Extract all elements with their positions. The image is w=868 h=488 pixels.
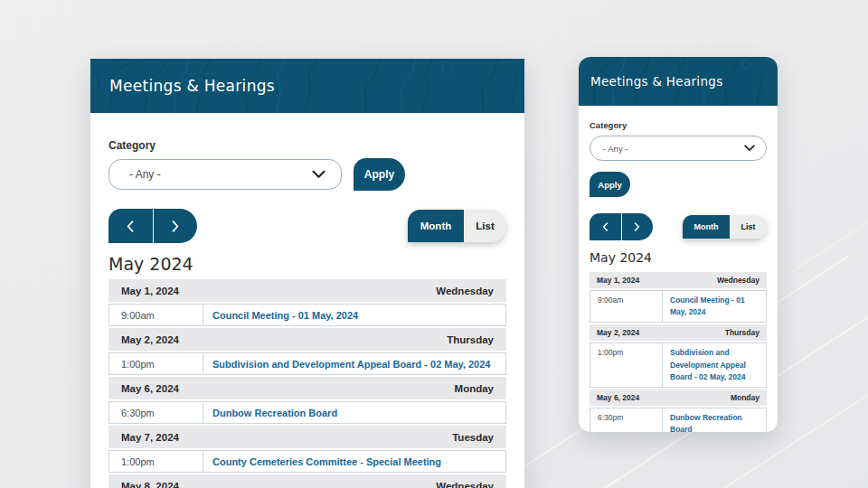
filter-row: - Any - Apply <box>108 158 506 191</box>
next-month-button[interactable] <box>621 213 654 240</box>
panel-header: Meetings & Hearings <box>579 57 778 106</box>
event-link[interactable]: Subdivision and Development Appeal Board… <box>670 347 759 383</box>
calendar-nav-row: Month List <box>590 213 767 240</box>
next-month-button[interactable] <box>153 209 198 243</box>
panel-header: Meetings & Hearings <box>90 59 524 113</box>
tab-list[interactable]: List <box>730 215 767 239</box>
date-row: May 6, 2024 Monday <box>590 389 767 406</box>
events-table: May 1, 2024 Wednesday 9:00am Council Mee… <box>590 272 767 432</box>
date-label: May 2, 2024 <box>597 328 639 337</box>
date-row: May 6, 2024 Monday <box>108 377 506 399</box>
day-label: Wednesday <box>436 481 494 488</box>
day-label: Monday <box>731 393 760 402</box>
date-row: May 1, 2024 Wednesday <box>108 279 506 302</box>
chevron-down-icon <box>744 145 755 152</box>
desktop-panel: Meetings & Hearings Category - Any - App… <box>90 59 524 488</box>
category-select-value: - Any - <box>129 168 161 181</box>
event-time: 9:00am <box>109 305 203 325</box>
event-row: 6:30pm Dunbow Recreation Board <box>590 408 767 432</box>
date-label: May 7, 2024 <box>121 432 179 443</box>
panel-content: Category - Any - Apply <box>579 120 778 432</box>
event-time: 1:00pm <box>590 343 663 387</box>
day-label: Tuesday <box>452 432 494 443</box>
event-time: 1:00pm <box>109 353 203 374</box>
date-row: May 2, 2024 Thursday <box>108 328 506 351</box>
day-label: Thursday <box>447 334 494 345</box>
day-label: Monday <box>455 383 494 394</box>
event-link[interactable]: Subdivision and Development Appeal Board… <box>212 359 490 370</box>
prev-month-button[interactable] <box>108 209 153 243</box>
date-label: May 2, 2024 <box>121 334 179 345</box>
tab-month[interactable]: Month <box>683 215 730 239</box>
event-link[interactable]: Dunbow Recreation Board <box>670 412 759 432</box>
category-label: Category <box>108 139 506 152</box>
date-label: May 1, 2024 <box>121 286 179 296</box>
page-title: Meetings & Hearings <box>109 77 275 95</box>
date-label: May 6, 2024 <box>597 393 639 402</box>
tab-list[interactable]: List <box>464 210 506 242</box>
category-select[interactable]: - Any - <box>108 159 342 190</box>
date-row: May 7, 2024 Tuesday <box>108 426 506 448</box>
prev-month-button[interactable] <box>590 213 621 240</box>
event-row: 6:30pm Dunbow Recreation Board <box>108 401 506 424</box>
category-select-value: - Any - <box>603 144 627 154</box>
day-label: Wednesday <box>717 276 760 285</box>
date-label: May 1, 2024 <box>597 276 639 285</box>
mobile-panel: Meetings & Hearings Category - Any - App… <box>579 57 778 432</box>
event-link[interactable]: County Cemeteries Committee - Special Me… <box>212 456 441 467</box>
chevron-down-icon <box>312 171 326 179</box>
panel-content: Category - Any - Apply <box>90 139 524 488</box>
event-row: 9:00am Council Meeting - 01 May, 2024 <box>108 304 506 326</box>
event-time: 9:00am <box>590 291 663 322</box>
event-row: 9:00am Council Meeting - 01 May, 2024 <box>590 290 767 323</box>
month-heading: May 2024 <box>108 254 506 274</box>
page-title: Meetings & Hearings <box>590 74 722 89</box>
event-link[interactable]: Council Meeting - 01 May, 2024 <box>670 295 759 318</box>
chevron-left-icon <box>127 221 134 232</box>
chevron-left-icon <box>602 222 609 231</box>
tab-month[interactable]: Month <box>408 210 464 242</box>
day-label: Wednesday <box>436 286 494 296</box>
date-label: May 8, 2024 <box>121 481 179 488</box>
event-time: 1:00pm <box>109 451 203 472</box>
chevron-right-icon <box>634 222 640 231</box>
calendar-nav-row: Month List <box>108 209 506 243</box>
month-pager <box>590 213 653 240</box>
events-table: May 1, 2024 Wednesday 9:00am Council Mee… <box>108 279 506 488</box>
view-toggle: Month List <box>408 210 506 242</box>
chevron-right-icon <box>172 221 179 232</box>
event-row: 1:00pm County Cemeteries Committee - Spe… <box>108 450 506 473</box>
view-toggle: Month List <box>683 215 767 239</box>
background-diagonal-line <box>790 124 868 273</box>
apply-button[interactable]: Apply <box>354 158 405 191</box>
month-pager <box>108 209 197 243</box>
event-row: 1:00pm Subdivision and Development Appea… <box>590 343 767 388</box>
category-select[interactable]: - Any - <box>590 136 767 161</box>
date-row: May 2, 2024 Thursday <box>590 324 767 341</box>
event-row: 1:00pm Subdivision and Development Appea… <box>108 352 506 375</box>
event-time: 6:30pm <box>109 402 203 423</box>
category-label: Category <box>590 120 767 130</box>
date-row: May 8, 2024 Wednesday <box>108 474 506 488</box>
month-heading: May 2024 <box>590 250 767 265</box>
date-label: May 6, 2024 <box>121 383 179 394</box>
apply-button[interactable]: Apply <box>590 172 630 197</box>
event-link[interactable]: Council Meeting - 01 May, 2024 <box>212 310 358 321</box>
event-link[interactable]: Dunbow Recreation Board <box>212 408 337 418</box>
day-label: Thursday <box>725 328 760 337</box>
event-time: 6:30pm <box>590 408 663 432</box>
date-row: May 1, 2024 Wednesday <box>590 272 767 288</box>
